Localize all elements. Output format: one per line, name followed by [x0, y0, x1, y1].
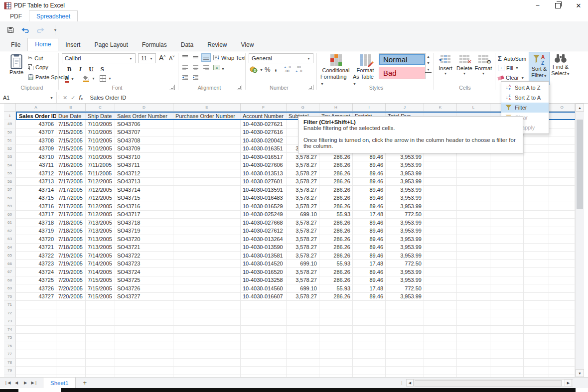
cell-L59[interactable] — [457, 202, 490, 211]
cell-F50[interactable]: 10-4030-027616 — [241, 129, 287, 137]
sort-filter-button[interactable]: AZ Sort & Filter▼ — [529, 52, 549, 85]
select-all-corner[interactable] — [4, 104, 16, 112]
cell-F67[interactable]: 10-4030-016520 — [241, 268, 287, 276]
cell-C50[interactable]: 7/10/2005 — [86, 129, 115, 137]
cell-E71[interactable] — [173, 301, 241, 309]
cell-B49[interactable]: 7/15/2005 — [56, 120, 86, 129]
cell-O70[interactable] — [549, 293, 575, 301]
cell-G79[interactable] — [287, 367, 319, 375]
row-header-79[interactable]: 79 — [4, 367, 16, 375]
vertical-scroll-thumb[interactable] — [577, 120, 583, 209]
cell-I73[interactable] — [353, 317, 386, 326]
cell-K75[interactable] — [424, 334, 457, 342]
cell-H57[interactable]: 286.26 — [319, 186, 353, 194]
cell-L62[interactable] — [457, 227, 490, 236]
cell-L56[interactable] — [457, 178, 490, 186]
cell-F76[interactable] — [241, 342, 287, 351]
cell-A68[interactable]: 43725 — [16, 276, 56, 285]
cell-E72[interactable] — [173, 309, 241, 318]
cell-A63[interactable]: 43720 — [16, 235, 56, 244]
row-header-72[interactable]: 72 — [4, 309, 16, 318]
cell-F59[interactable]: 10-4030-016529 — [241, 202, 287, 211]
cell-C72[interactable] — [86, 309, 115, 318]
cell-O69[interactable] — [549, 284, 575, 293]
cell-K71[interactable] — [424, 301, 457, 309]
cell-C71[interactable] — [86, 301, 115, 309]
cell-O52[interactable] — [549, 145, 575, 153]
cell-B60[interactable]: 7/17/2005 — [56, 211, 86, 219]
cell-E67[interactable] — [173, 268, 241, 276]
cell-G60[interactable]: 699.10 — [287, 211, 319, 219]
row-header-68[interactable]: 68 — [4, 276, 16, 285]
cell-H62[interactable]: 286.26 — [319, 227, 353, 236]
cell-H78[interactable] — [319, 359, 353, 367]
row-header-57[interactable]: 57 — [4, 186, 16, 194]
hscroll-left-icon[interactable]: ◀ — [406, 379, 414, 387]
cell-N73[interactable] — [524, 317, 549, 326]
cell-B65[interactable]: 7/19/2005 — [56, 252, 86, 260]
cell-C69[interactable]: 7/15/2005 — [86, 284, 115, 293]
cell-H79[interactable] — [319, 367, 353, 375]
cell-H70[interactable]: 286.26 — [319, 293, 353, 301]
cell-O66[interactable] — [549, 260, 575, 268]
cell-G62[interactable]: 3,578.27 — [287, 227, 319, 236]
cell-K78[interactable] — [424, 359, 457, 367]
cell-N70[interactable] — [524, 293, 549, 301]
cell-E70[interactable] — [173, 293, 241, 301]
cell-E61[interactable] — [173, 219, 241, 227]
cell-C63[interactable]: 7/13/2005 — [86, 235, 115, 244]
sheet-tab-sheet1[interactable]: Sheet1 — [43, 378, 76, 388]
cell-J73[interactable] — [386, 317, 424, 326]
cell-D49[interactable]: SO43706 — [115, 120, 173, 129]
cell-B77[interactable] — [56, 350, 86, 359]
cell-B76[interactable] — [56, 342, 86, 351]
cell-F77[interactable] — [241, 350, 287, 359]
cell-H69[interactable]: 55.93 — [319, 284, 353, 293]
ribbon-tab-home[interactable]: Home — [27, 38, 58, 51]
cell-M54[interactable] — [490, 161, 524, 170]
row-header-53[interactable]: 53 — [4, 153, 16, 161]
cell-B71[interactable] — [56, 301, 86, 309]
cell-H66[interactable]: 55.93 — [319, 260, 353, 268]
cell-E51[interactable] — [173, 136, 241, 145]
cell-L67[interactable] — [457, 268, 490, 276]
cell-F58[interactable]: 10-4030-016483 — [241, 194, 287, 203]
cell-C75[interactable] — [86, 334, 115, 342]
cell-D78[interactable] — [115, 359, 173, 367]
cell-L75[interactable] — [457, 334, 490, 342]
cell-L69[interactable] — [457, 284, 490, 293]
style-bad[interactable]: Bad — [379, 67, 425, 79]
cell-B78[interactable] — [56, 359, 86, 367]
alignment-dialog-launcher[interactable] — [237, 85, 242, 90]
align-middle-button[interactable] — [191, 54, 200, 61]
cell-M62[interactable] — [490, 227, 524, 236]
cell-F78[interactable] — [241, 359, 287, 367]
cell-I74[interactable] — [353, 326, 386, 334]
cell-N72[interactable] — [524, 309, 549, 318]
cell-K58[interactable] — [424, 194, 457, 203]
cell-G59[interactable]: 3,578.27 — [287, 202, 319, 211]
cell-D77[interactable] — [115, 350, 173, 359]
cell-G76[interactable] — [287, 342, 319, 351]
row-header-51[interactable]: 51 — [4, 136, 16, 145]
cell-A71[interactable] — [16, 301, 56, 309]
cell-M67[interactable] — [490, 268, 524, 276]
comma-style-button[interactable]: , — [275, 63, 277, 73]
cell-M64[interactable] — [490, 244, 524, 252]
cell-I59[interactable]: 89.46 — [353, 202, 386, 211]
cell-E52[interactable] — [173, 145, 241, 153]
cell-A77[interactable] — [16, 350, 56, 359]
cell-C73[interactable] — [86, 317, 115, 326]
cell-F55[interactable]: 10-4030-013513 — [241, 169, 287, 178]
cell-F79[interactable] — [241, 367, 287, 375]
cell-N51[interactable] — [524, 136, 549, 145]
row-header-78[interactable]: 78 — [4, 359, 16, 367]
cell-L77[interactable] — [457, 350, 490, 359]
row-header-73[interactable]: 73 — [4, 317, 16, 326]
cell-E56[interactable] — [173, 178, 241, 186]
row-header-71[interactable]: 71 — [4, 301, 16, 309]
cell-O53[interactable] — [549, 153, 575, 161]
cell-K66[interactable] — [424, 260, 457, 268]
cell-J79[interactable] — [386, 367, 424, 375]
cell-O55[interactable] — [549, 169, 575, 178]
